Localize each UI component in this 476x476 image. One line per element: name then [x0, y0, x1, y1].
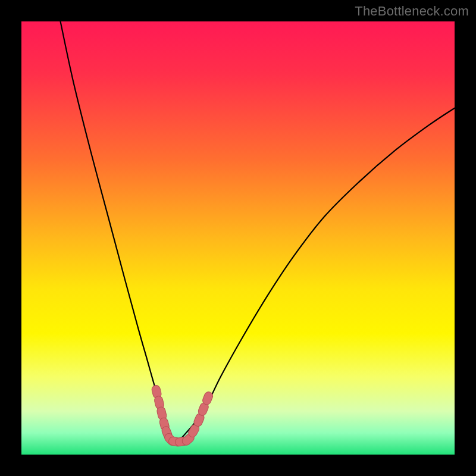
curve-layer: [21, 21, 455, 455]
chart-frame: TheBottleneck.com: [0, 0, 476, 476]
marker-group: [151, 384, 214, 447]
bottleneck-curve: [61, 21, 455, 443]
watermark-text: TheBottleneck.com: [355, 4, 469, 19]
plot-area: [21, 21, 455, 455]
